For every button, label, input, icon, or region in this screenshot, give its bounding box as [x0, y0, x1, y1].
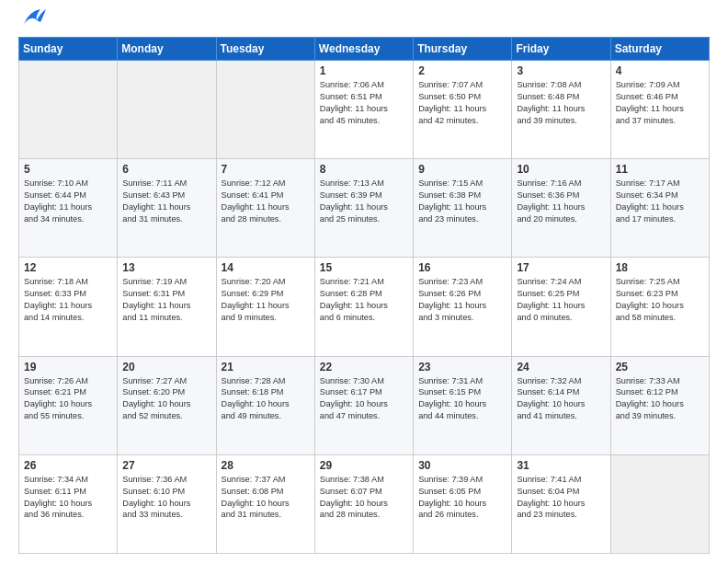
day-info: Sunrise: 7:27 AM Sunset: 6:20 PM Dayligh…: [122, 375, 210, 423]
day-info: Sunrise: 7:24 AM Sunset: 6:25 PM Dayligh…: [517, 276, 605, 324]
calendar-cell: 14Sunrise: 7:20 AM Sunset: 6:29 PM Dayli…: [216, 258, 314, 356]
day-info: Sunrise: 7:30 AM Sunset: 6:17 PM Dayligh…: [320, 375, 408, 423]
calendar-cell: 2Sunrise: 7:07 AM Sunset: 6:50 PM Daylig…: [414, 61, 512, 159]
day-info: Sunrise: 7:32 AM Sunset: 6:14 PM Dayligh…: [517, 375, 605, 423]
calendar-week-row: 1Sunrise: 7:06 AM Sunset: 6:51 PM Daylig…: [19, 61, 710, 159]
day-number: 26: [24, 459, 112, 472]
logo: [18, 15, 46, 28]
day-number: 24: [517, 361, 605, 373]
calendar-cell: 18Sunrise: 7:25 AM Sunset: 6:23 PM Dayli…: [610, 258, 709, 356]
calendar-cell: 25Sunrise: 7:33 AM Sunset: 6:12 PM Dayli…: [610, 356, 709, 454]
calendar-cell: 5Sunrise: 7:10 AM Sunset: 6:44 PM Daylig…: [19, 159, 118, 258]
day-number: 11: [616, 163, 704, 176]
calendar-cell: [118, 61, 216, 159]
calendar-cell: 22Sunrise: 7:30 AM Sunset: 6:17 PM Dayli…: [314, 356, 413, 454]
day-info: Sunrise: 7:17 AM Sunset: 6:34 PM Dayligh…: [616, 178, 704, 225]
calendar-cell: 16Sunrise: 7:23 AM Sunset: 6:26 PM Dayli…: [414, 258, 512, 356]
day-info: Sunrise: 7:13 AM Sunset: 6:39 PM Dayligh…: [320, 178, 408, 225]
calendar-table: SundayMondayTuesdayWednesdayThursdayFrid…: [18, 37, 710, 554]
calendar-page: SundayMondayTuesdayWednesdayThursdayFrid…: [0, 0, 728, 563]
day-info: Sunrise: 7:38 AM Sunset: 6:07 PM Dayligh…: [320, 474, 408, 522]
calendar-cell: 30Sunrise: 7:39 AM Sunset: 6:05 PM Dayli…: [414, 454, 512, 553]
calendar-week-row: 12Sunrise: 7:18 AM Sunset: 6:33 PM Dayli…: [19, 258, 710, 356]
logo-bird-icon: [22, 7, 46, 28]
day-number: 5: [24, 163, 112, 176]
day-number: 28: [222, 459, 310, 472]
day-number: 1: [320, 64, 408, 77]
weekday-header-saturday: Saturday: [610, 38, 709, 61]
calendar-cell: 8Sunrise: 7:13 AM Sunset: 6:39 PM Daylig…: [314, 159, 413, 258]
day-info: Sunrise: 7:16 AM Sunset: 6:36 PM Dayligh…: [517, 178, 605, 225]
day-info: Sunrise: 7:31 AM Sunset: 6:15 PM Dayligh…: [418, 375, 506, 423]
calendar-cell: 7Sunrise: 7:12 AM Sunset: 6:41 PM Daylig…: [216, 159, 314, 258]
calendar-cell: 15Sunrise: 7:21 AM Sunset: 6:28 PM Dayli…: [314, 258, 413, 356]
day-number: 21: [222, 361, 310, 373]
day-info: Sunrise: 7:07 AM Sunset: 6:50 PM Dayligh…: [418, 79, 506, 127]
calendar-week-row: 26Sunrise: 7:34 AM Sunset: 6:11 PM Dayli…: [19, 454, 710, 553]
calendar-cell: 29Sunrise: 7:38 AM Sunset: 6:07 PM Dayli…: [314, 454, 413, 553]
calendar-cell: 19Sunrise: 7:26 AM Sunset: 6:21 PM Dayli…: [19, 356, 118, 454]
day-number: 20: [122, 361, 210, 373]
day-number: 31: [517, 459, 605, 472]
day-info: Sunrise: 7:11 AM Sunset: 6:43 PM Dayligh…: [122, 178, 210, 225]
day-info: Sunrise: 7:26 AM Sunset: 6:21 PM Dayligh…: [24, 375, 112, 423]
calendar-cell: 20Sunrise: 7:27 AM Sunset: 6:20 PM Dayli…: [118, 356, 216, 454]
calendar-cell: 28Sunrise: 7:37 AM Sunset: 6:08 PM Dayli…: [216, 454, 314, 553]
day-number: 17: [517, 261, 605, 274]
calendar-cell: 21Sunrise: 7:28 AM Sunset: 6:18 PM Dayli…: [216, 356, 314, 454]
weekday-header-row: SundayMondayTuesdayWednesdayThursdayFrid…: [19, 38, 710, 61]
calendar-week-row: 19Sunrise: 7:26 AM Sunset: 6:21 PM Dayli…: [19, 356, 710, 454]
day-number: 4: [616, 64, 704, 77]
day-number: 27: [122, 459, 210, 472]
day-info: Sunrise: 7:19 AM Sunset: 6:31 PM Dayligh…: [122, 276, 210, 324]
day-number: 10: [517, 163, 605, 176]
calendar-cell: 26Sunrise: 7:34 AM Sunset: 6:11 PM Dayli…: [19, 454, 118, 553]
calendar-cell: 3Sunrise: 7:08 AM Sunset: 6:48 PM Daylig…: [512, 61, 610, 159]
weekday-header-wednesday: Wednesday: [314, 38, 413, 61]
day-number: 23: [418, 361, 506, 373]
day-info: Sunrise: 7:25 AM Sunset: 6:23 PM Dayligh…: [616, 276, 704, 324]
day-number: 6: [122, 163, 210, 176]
page-header: [18, 15, 710, 28]
day-number: 19: [24, 361, 112, 373]
day-number: 7: [222, 163, 310, 176]
day-info: Sunrise: 7:23 AM Sunset: 6:26 PM Dayligh…: [418, 276, 506, 324]
day-number: 25: [616, 361, 704, 373]
calendar-cell: 4Sunrise: 7:09 AM Sunset: 6:46 PM Daylig…: [610, 61, 709, 159]
calendar-cell: 23Sunrise: 7:31 AM Sunset: 6:15 PM Dayli…: [414, 356, 512, 454]
day-number: 13: [122, 261, 210, 274]
calendar-cell: [19, 61, 118, 159]
day-info: Sunrise: 7:21 AM Sunset: 6:28 PM Dayligh…: [320, 276, 408, 324]
day-number: 16: [418, 261, 506, 274]
calendar-cell: 13Sunrise: 7:19 AM Sunset: 6:31 PM Dayli…: [118, 258, 216, 356]
day-info: Sunrise: 7:20 AM Sunset: 6:29 PM Dayligh…: [222, 276, 310, 324]
day-number: 22: [320, 361, 408, 373]
day-info: Sunrise: 7:39 AM Sunset: 6:05 PM Dayligh…: [418, 474, 506, 522]
weekday-header-monday: Monday: [118, 38, 216, 61]
day-info: Sunrise: 7:28 AM Sunset: 6:18 PM Dayligh…: [222, 375, 310, 423]
day-info: Sunrise: 7:34 AM Sunset: 6:11 PM Dayligh…: [24, 474, 112, 522]
day-number: 30: [418, 459, 506, 472]
day-info: Sunrise: 7:06 AM Sunset: 6:51 PM Dayligh…: [320, 79, 408, 127]
day-info: Sunrise: 7:33 AM Sunset: 6:12 PM Dayligh…: [616, 375, 704, 423]
day-number: 2: [418, 64, 506, 77]
calendar-cell: 12Sunrise: 7:18 AM Sunset: 6:33 PM Dayli…: [19, 258, 118, 356]
day-number: 8: [320, 163, 408, 176]
calendar-week-row: 5Sunrise: 7:10 AM Sunset: 6:44 PM Daylig…: [19, 159, 710, 258]
day-info: Sunrise: 7:10 AM Sunset: 6:44 PM Dayligh…: [24, 178, 112, 225]
day-number: 29: [320, 459, 408, 472]
day-info: Sunrise: 7:12 AM Sunset: 6:41 PM Dayligh…: [222, 178, 310, 225]
day-info: Sunrise: 7:41 AM Sunset: 6:04 PM Dayligh…: [517, 474, 605, 522]
day-number: 9: [418, 163, 506, 176]
calendar-cell: 9Sunrise: 7:15 AM Sunset: 6:38 PM Daylig…: [414, 159, 512, 258]
day-number: 12: [24, 261, 112, 274]
day-info: Sunrise: 7:08 AM Sunset: 6:48 PM Dayligh…: [517, 79, 605, 127]
calendar-cell: 31Sunrise: 7:41 AM Sunset: 6:04 PM Dayli…: [512, 454, 610, 553]
day-number: 3: [517, 64, 605, 77]
calendar-cell: 24Sunrise: 7:32 AM Sunset: 6:14 PM Dayli…: [512, 356, 610, 454]
weekday-header-thursday: Thursday: [414, 38, 512, 61]
calendar-cell: 27Sunrise: 7:36 AM Sunset: 6:10 PM Dayli…: [118, 454, 216, 553]
day-info: Sunrise: 7:18 AM Sunset: 6:33 PM Dayligh…: [24, 276, 112, 324]
calendar-cell: 6Sunrise: 7:11 AM Sunset: 6:43 PM Daylig…: [118, 159, 216, 258]
calendar-cell: 17Sunrise: 7:24 AM Sunset: 6:25 PM Dayli…: [512, 258, 610, 356]
